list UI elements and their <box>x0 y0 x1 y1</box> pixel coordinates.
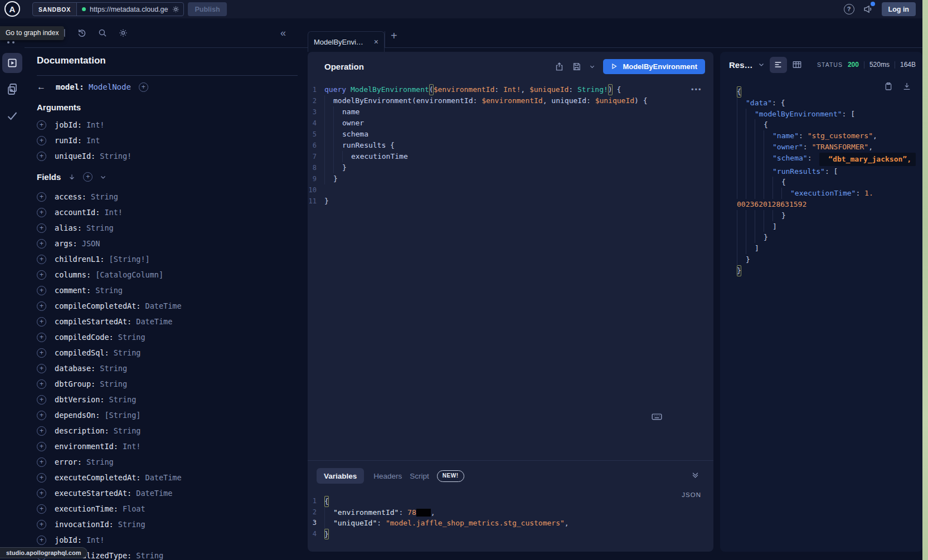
new-tab-button[interactable]: + <box>391 30 397 42</box>
response-dropdown-chevron-icon[interactable] <box>758 61 765 68</box>
help-icon[interactable]: ? <box>844 4 854 14</box>
field-type-link[interactable]: String <box>82 223 114 232</box>
checks-nav-item[interactable] <box>6 109 19 123</box>
field-type-link[interactable]: Int! <box>82 120 105 129</box>
doc-field-row[interactable]: +description: String <box>37 423 308 439</box>
variables-editor[interactable]: 1{2"environmentId": 78,3"uniqueId": "mod… <box>308 496 697 539</box>
field-type-link[interactable]: String <box>132 551 163 560</box>
apollo-logo[interactable]: A <box>4 1 20 17</box>
collapse-panel-icon[interactable]: « <box>280 27 286 39</box>
field-type-link[interactable]: Int! <box>100 208 123 217</box>
add-field-icon[interactable]: + <box>37 411 46 420</box>
doc-field-row[interactable]: +executeStartedAt: DateTime <box>37 485 308 501</box>
doc-field-row[interactable]: +dbtGroup: String <box>37 376 308 392</box>
add-field-icon[interactable]: + <box>37 317 46 327</box>
response-json-viewer[interactable]: {"data": {"modelByEnvironment": [{"name"… <box>737 86 920 276</box>
doc-field-row[interactable]: +dbtVersion: String <box>37 392 308 407</box>
doc-field-row[interactable]: +comment: String <box>37 283 308 298</box>
field-type-link[interactable]: [CatalogColumn] <box>91 270 163 279</box>
add-field-icon[interactable]: + <box>37 535 46 545</box>
doc-field-row[interactable]: +args: JSON <box>37 236 308 251</box>
collapse-variables-icon[interactable] <box>691 471 699 479</box>
add-field-icon[interactable]: + <box>37 152 46 161</box>
field-type-link[interactable]: ModelNode <box>84 82 131 91</box>
doc-field-row[interactable]: +runId: Int <box>37 133 308 148</box>
add-field-icon[interactable]: + <box>37 136 46 145</box>
doc-field-row[interactable]: +access: String <box>37 189 308 204</box>
field-type-link[interactable]: DateTime <box>140 301 181 310</box>
endpoint-url-box[interactable]: SANDBOX https://metadata.cloud.get <box>32 2 184 16</box>
doc-field-row[interactable]: +childrenL1: [String!] <box>37 251 308 267</box>
doc-field-row[interactable]: +columns: [CatalogColumn] <box>37 267 308 283</box>
field-type-link[interactable]: DateTime <box>132 317 172 326</box>
copy-response-icon[interactable] <box>884 82 893 91</box>
field-type-link[interactable]: String <box>104 395 136 404</box>
run-operation-button[interactable]: ModelByEnvironment <box>603 59 705 74</box>
download-response-icon[interactable] <box>902 82 911 91</box>
add-field-icon[interactable]: + <box>37 348 46 358</box>
field-type-link[interactable]: Int! <box>82 535 105 544</box>
field-type-link[interactable]: String <box>109 348 141 357</box>
doc-field-row[interactable]: +database: String <box>37 361 308 376</box>
field-type-link[interactable]: String <box>109 426 141 435</box>
field-type-link[interactable]: String <box>95 364 127 373</box>
field-type-link[interactable]: Int <box>82 136 100 145</box>
field-type-link[interactable]: String <box>95 379 127 388</box>
add-field-icon[interactable]: + <box>37 301 46 311</box>
field-type-link[interactable]: String <box>86 192 118 201</box>
field-type-link[interactable]: DateTime <box>140 473 181 482</box>
operation-tab[interactable]: ModelByEnvi… × <box>308 31 385 52</box>
add-field-icon[interactable]: + <box>37 286 46 295</box>
add-field-icon[interactable]: + <box>37 473 46 483</box>
announcements-icon[interactable] <box>863 4 873 14</box>
doc-field-row[interactable]: +uniqueId: String! <box>37 148 308 164</box>
field-type-link[interactable]: DateTime <box>132 489 172 498</box>
add-field-icon[interactable]: + <box>37 489 46 498</box>
field-type-link[interactable]: String <box>91 286 123 295</box>
add-field-icon[interactable]: + <box>37 255 46 264</box>
connection-settings-gear-icon[interactable] <box>172 5 180 13</box>
chevron-down-icon[interactable] <box>100 174 106 181</box>
doc-field-row[interactable]: +accountId: Int! <box>37 204 308 220</box>
add-field-icon[interactable]: + <box>37 239 46 249</box>
add-all-fields-icon[interactable]: + <box>83 172 93 182</box>
save-icon[interactable] <box>572 62 581 71</box>
add-field-icon[interactable]: + <box>37 333 46 342</box>
graph-index-icon[interactable] <box>12 41 14 43</box>
field-type-link[interactable]: Float <box>118 504 145 513</box>
doc-field-row[interactable]: +alias: String <box>37 220 308 236</box>
history-icon[interactable] <box>77 28 87 38</box>
settings-gear-icon[interactable] <box>118 28 128 38</box>
tab-script[interactable]: Script <box>410 472 429 480</box>
add-field-icon[interactable]: + <box>37 223 46 233</box>
schema-diff-nav-item[interactable] <box>6 82 19 96</box>
field-type-link[interactable]: String <box>114 333 145 342</box>
doc-field-row[interactable]: +compiledSql: String <box>37 345 308 361</box>
explorer-nav-item[interactable] <box>2 53 22 73</box>
add-field-icon[interactable]: + <box>37 364 46 373</box>
add-field-icon[interactable]: + <box>37 520 46 529</box>
tab-headers[interactable]: Headers <box>373 472 402 480</box>
search-icon[interactable] <box>98 28 108 38</box>
add-field-icon[interactable]: + <box>37 395 46 405</box>
add-field-icon[interactable]: + <box>37 457 46 467</box>
add-field-icon[interactable]: + <box>37 270 46 280</box>
field-type-link[interactable]: String <box>82 457 114 466</box>
raw-view-toggle[interactable] <box>770 57 787 73</box>
field-type-link[interactable]: String! <box>95 152 132 160</box>
doc-field-row[interactable]: +executeCompletedAt: DateTime <box>37 470 308 485</box>
field-type-link[interactable]: [String!] <box>104 255 149 264</box>
graph-index-icon[interactable] <box>7 41 9 43</box>
add-field-icon[interactable]: + <box>37 426 46 436</box>
doc-field-row[interactable]: +invocationId: String <box>37 517 308 532</box>
doc-field-row[interactable]: +jobId: Int! <box>37 532 308 548</box>
field-type-link[interactable]: Int! <box>118 442 141 451</box>
response-title[interactable]: Res… <box>729 60 753 70</box>
sort-fields-icon[interactable] <box>68 173 76 181</box>
field-type-link[interactable]: String <box>114 520 145 529</box>
doc-field-row[interactable]: +executionTime: Float <box>37 501 308 517</box>
publish-button[interactable]: Publish <box>188 2 227 16</box>
table-view-toggle[interactable] <box>792 60 802 70</box>
add-field-icon[interactable]: + <box>37 120 46 130</box>
field-type-link[interactable]: JSON <box>77 239 100 248</box>
